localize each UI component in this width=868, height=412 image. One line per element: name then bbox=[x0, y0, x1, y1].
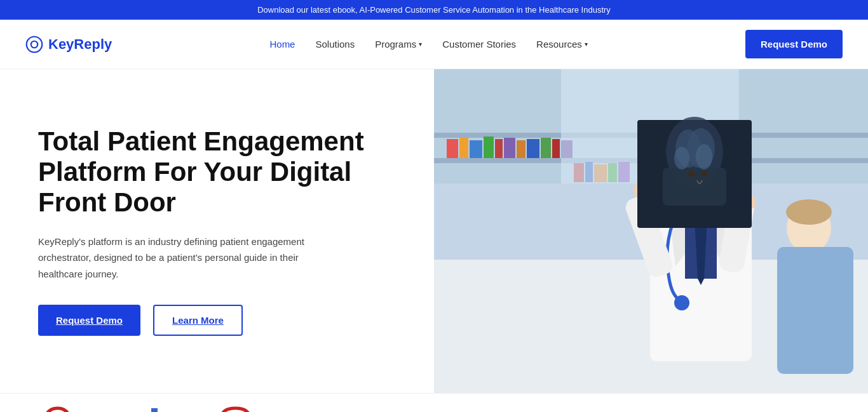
announcement-text: Download our latest ebook, AI-Powered Cu… bbox=[257, 5, 611, 15]
svg-rect-14 bbox=[541, 138, 551, 158]
nav-home[interactable]: Home bbox=[269, 39, 295, 50]
logo-text: KeyReply bbox=[48, 36, 112, 53]
svg-rect-42 bbox=[663, 168, 726, 206]
svg-rect-15 bbox=[552, 139, 560, 158]
svg-point-0 bbox=[27, 36, 43, 52]
partner-logo-1 bbox=[38, 406, 76, 412]
svg-rect-13 bbox=[527, 139, 539, 158]
hero-image bbox=[434, 69, 868, 393]
svg-point-48 bbox=[688, 171, 695, 177]
hero-learn-more-button[interactable]: Learn More bbox=[153, 305, 243, 336]
nav-links: Home Solutions Programs ▾ Customer Stori… bbox=[269, 39, 587, 50]
nav-resources[interactable]: Resources ▾ bbox=[536, 39, 588, 50]
nav-programs[interactable]: Programs ▾ bbox=[375, 39, 422, 50]
svg-point-43 bbox=[674, 147, 689, 169]
svg-point-1 bbox=[31, 41, 38, 48]
hero-request-demo-button[interactable]: Request Demo bbox=[38, 305, 140, 336]
svg-rect-6 bbox=[447, 139, 458, 158]
nav-customer-stories[interactable]: Customer Stories bbox=[442, 39, 516, 50]
announcement-bar: Download our latest ebook, AI-Powered Cu… bbox=[0, 0, 868, 20]
svg-rect-52 bbox=[151, 408, 158, 413]
resources-chevron-icon: ▾ bbox=[585, 41, 588, 48]
hero-buttons: Request Demo Learn More bbox=[38, 305, 409, 336]
partner-logo-1-icon bbox=[40, 405, 75, 413]
hero-section: Total Patient Engagement Platform For Yo… bbox=[0, 69, 868, 393]
navbar: KeyReply Home Solutions Programs ▾ Custo… bbox=[0, 20, 868, 69]
nav-request-demo-button[interactable]: Request Demo bbox=[745, 30, 843, 58]
svg-point-33 bbox=[674, 295, 689, 310]
hero-title: Total Patient Engagement Platform For Yo… bbox=[38, 126, 409, 218]
logo[interactable]: KeyReply bbox=[25, 36, 112, 53]
logo-icon bbox=[25, 36, 43, 53]
svg-rect-11 bbox=[504, 138, 515, 158]
partner-logo-3 bbox=[216, 406, 254, 412]
svg-rect-12 bbox=[517, 140, 526, 158]
hero-description: KeyReply's platform is an industry defin… bbox=[38, 234, 343, 282]
svg-rect-9 bbox=[484, 136, 494, 158]
nav-solutions[interactable]: Solutions bbox=[315, 39, 355, 50]
partner-logo-3-icon bbox=[218, 405, 253, 413]
svg-point-44 bbox=[696, 144, 712, 169]
svg-point-46 bbox=[786, 199, 832, 225]
svg-rect-8 bbox=[470, 140, 482, 158]
partner-logo-2 bbox=[127, 406, 165, 412]
hero-content: Total Patient Engagement Platform For Yo… bbox=[0, 69, 434, 393]
hero-illustration bbox=[434, 69, 868, 393]
programs-chevron-icon: ▾ bbox=[419, 41, 422, 48]
svg-rect-47 bbox=[777, 247, 853, 374]
partner-logo-2-icon bbox=[132, 405, 161, 413]
partner-logos-section bbox=[0, 393, 868, 412]
svg-rect-7 bbox=[459, 138, 468, 158]
svg-point-49 bbox=[701, 171, 707, 177]
svg-rect-10 bbox=[495, 139, 503, 158]
